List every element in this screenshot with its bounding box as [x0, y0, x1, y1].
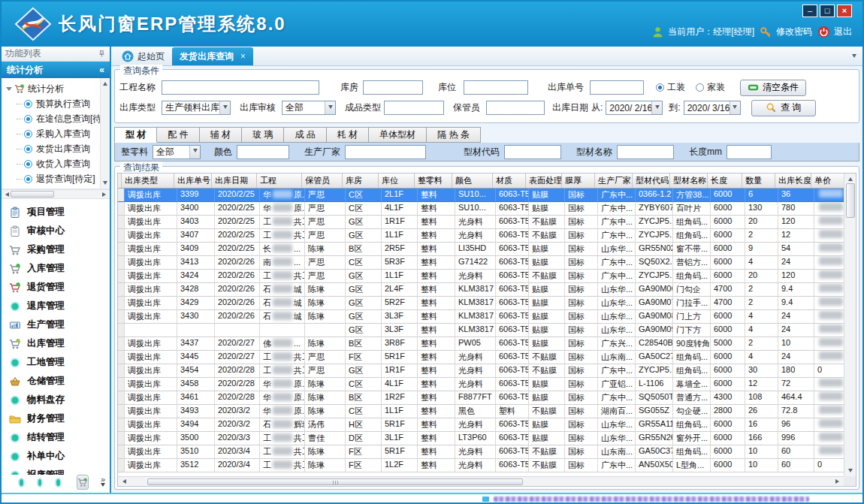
- tree-root[interactable]: 统计分析: [6, 81, 99, 96]
- scroll-down-icon[interactable]: [848, 469, 853, 475]
- date-from-picker[interactable]: 2020/ 2/16: [606, 101, 663, 115]
- pin-icon[interactable]: [98, 50, 106, 58]
- table-row[interactable]: 调拨出库34072020/2/25工共工程严思G区1L1F整料光身料6063-T…: [118, 229, 844, 243]
- length-input[interactable]: [727, 145, 772, 159]
- minimize-button[interactable]: –: [802, 5, 817, 17]
- column-header-长度[interactable]: 长度: [708, 174, 742, 188]
- tab-close-icon[interactable]: ×: [240, 51, 246, 62]
- close-button[interactable]: ×: [837, 5, 852, 17]
- module-cart-button[interactable]: [77, 475, 89, 490]
- color-input[interactable]: [237, 145, 289, 159]
- table-row[interactable]: 调拨出库34612020/2/28华原...陈琳B区1R2F整料F8877FT6…: [118, 391, 844, 405]
- warehouse-input[interactable]: [363, 80, 423, 95]
- table-row[interactable]: 调拨出库34242020/2/26工共工程严思G区1L1F整料光身料6063-T…: [118, 270, 844, 283]
- column-header-整零料[interactable]: 整零料: [415, 174, 452, 188]
- scroll-right-icon[interactable]: [835, 479, 841, 484]
- scroll-up-icon[interactable]: [103, 80, 107, 86]
- column-header-库位[interactable]: 库位: [379, 174, 415, 188]
- material-tab-8[interactable]: 隔 热 条: [427, 127, 481, 143]
- table-row[interactable]: 调拨出库34282020/2/26石城陈琳G区2L4F整料KLM38176063…: [118, 283, 844, 297]
- sidebar-module-入库管理[interactable]: 入库管理: [9, 259, 110, 278]
- table-row[interactable]: 调拨出库34002020/2/25华原...严思C区4L1F整料SU10...6…: [118, 202, 844, 216]
- sidebar-module-物料盘存[interactable]: 物料盘存: [9, 391, 110, 409]
- tree-item-预算执行查询[interactable]: 预算执行查询: [6, 96, 99, 111]
- sidebar-module-生产管理[interactable]: 生产管理: [9, 315, 110, 334]
- product-type-input[interactable]: [384, 101, 444, 115]
- scroll-down-icon[interactable]: [103, 181, 107, 187]
- tree-item-退货查询[待定][interactable]: 退货查询[待定]: [6, 171, 99, 186]
- module-circle-icon[interactable]: [37, 478, 44, 487]
- column-header-颜色[interactable]: 颜色: [452, 174, 493, 188]
- table-row[interactable]: 调拨出库34582020/2/28华原...陈琳C区4L1F整料光身料6063-…: [118, 378, 844, 391]
- sidebar-module-结转管理[interactable]: 结转管理: [9, 428, 110, 447]
- scroll-left-icon[interactable]: [120, 479, 126, 484]
- column-header-生产厂家[interactable]: 生产厂家: [595, 174, 633, 188]
- tab-list-dropdown-icon[interactable]: [852, 54, 856, 60]
- table-row[interactable]: 调拨出库34292020/2/26石城陈琳G区5R2F整料KLM38176063…: [118, 297, 844, 310]
- column-header-数量[interactable]: 数量: [742, 174, 775, 188]
- order-no-input[interactable]: [590, 80, 644, 95]
- column-header-出库日期[interactable]: 出库日期: [212, 174, 257, 188]
- clear-conditions-button[interactable]: 清空条件: [740, 80, 806, 96]
- table-row[interactable]: 调拨出库35102020/3/4工共工程陈琳F区5R1F整料光身料6063-T5…: [118, 445, 844, 459]
- module-circle-icon[interactable]: [18, 478, 25, 487]
- column-header-工程[interactable]: 工程: [257, 174, 302, 188]
- tree-horizontal-scrollbar[interactable]: [2, 189, 110, 199]
- maker-input[interactable]: [345, 145, 426, 159]
- collapse-icon[interactable]: «: [99, 65, 104, 75]
- column-header-出库类型[interactable]: 出库类型: [122, 174, 174, 188]
- tree-item-收货入库查询[interactable]: 收货入库查询: [6, 156, 99, 171]
- profile-code-input[interactable]: [504, 145, 561, 159]
- tree-item-在途信息查询[待[interactable]: 在途信息查询[待: [6, 111, 99, 126]
- out-type-combo[interactable]: 生产领料出库: [162, 101, 231, 115]
- column-header-膜厚[interactable]: 膜厚: [562, 174, 595, 188]
- table-row[interactable]: 调拨出库34092020/2/25长...陈琳B区2R5F整料LI35HD606…: [118, 243, 844, 256]
- column-header-材质[interactable]: 材质: [493, 174, 526, 188]
- sidebar-module-审核中心[interactable]: 审核中心: [9, 222, 110, 240]
- table-row[interactable]: 调拨出库34132020/2/26南...严思C区5R3F整料G71422606…: [118, 256, 844, 270]
- material-tab-4[interactable]: 玻 璃: [242, 127, 284, 143]
- table-row[interactable]: 调拨出库35002020/3/3工共工程曹佳D区3L1F整料LT3P606063…: [118, 432, 844, 445]
- material-tab-1[interactable]: 型 材: [114, 127, 157, 143]
- profile-name-input[interactable]: [617, 145, 674, 159]
- material-tab-7[interactable]: 单体型材: [369, 127, 427, 143]
- tab-home[interactable]: 起始页: [114, 47, 172, 65]
- sidebar-module-项目管理[interactable]: 项目管理: [9, 203, 110, 222]
- grid-vertical-scrollbar[interactable]: [844, 174, 856, 476]
- column-header-出库单号[interactable]: 出库单号: [174, 174, 212, 188]
- sidebar-module-工地管理[interactable]: 工地管理: [9, 353, 110, 372]
- sidebar-module-补单中心[interactable]: 补单中心: [9, 447, 110, 466]
- sidebar-section-header[interactable]: 统计分析 «: [2, 62, 110, 78]
- maximize-button[interactable]: □: [820, 5, 835, 17]
- module-circle-icon[interactable]: [55, 478, 62, 487]
- material-tab-2[interactable]: 配 件: [157, 127, 199, 143]
- column-header-库房[interactable]: 库房: [343, 174, 379, 188]
- whole-part-combo[interactable]: 全部: [153, 145, 201, 159]
- sidebar-module-财务管理[interactable]: 财务管理: [9, 409, 110, 428]
- table-row[interactable]: 调拨出库34032020/2/25工共工程严思G区1R1F整料光身料6063-T…: [118, 216, 844, 229]
- column-header-型材代码[interactable]: 型材代码: [633, 174, 670, 188]
- tab-shipment-query[interactable]: 发货出库查询 ×: [172, 47, 253, 65]
- sidebar-module-仓储管理[interactable]: 仓储管理: [9, 372, 110, 391]
- column-header-型材名称[interactable]: 型材名称: [670, 174, 708, 188]
- change-password-button[interactable]: 修改密码: [760, 26, 812, 38]
- material-tab-5[interactable]: 成 品: [284, 127, 326, 143]
- table-row[interactable]: 调拨出库34302020/2/26石城陈琳G区3L3F整料KLM38176063…: [118, 310, 844, 324]
- material-tab-6[interactable]: 耗 材: [327, 127, 369, 143]
- scrollbar-thumb[interactable]: [846, 183, 855, 218]
- keeper-input[interactable]: [486, 101, 545, 115]
- sidebar-module-采购管理[interactable]: 采购管理: [9, 240, 110, 259]
- sidebar-module-退货管理[interactable]: 退货管理: [9, 278, 110, 297]
- tree-item-发货出库查询[interactable]: 发货出库查询: [6, 141, 99, 156]
- scrollbar-thumb[interactable]: [147, 478, 523, 485]
- table-row[interactable]: G区3L3F整料KLM38176063-T5贴膜国标山东华...GA90M09.…: [118, 324, 844, 337]
- material-tab-3[interactable]: 辅 材: [200, 127, 242, 143]
- sidebar-more-button[interactable]: »: [101, 476, 105, 489]
- tree-expander-icon[interactable]: [6, 87, 12, 94]
- column-header-出库长度[interactable]: 出库长度: [775, 174, 811, 188]
- column-header-保管员[interactable]: 保管员: [302, 174, 343, 188]
- table-row[interactable]: 调拨出库34942020/3/2石辉城汤伟H区5R1F整料光身料6063-T5贴…: [118, 418, 844, 432]
- tree-vertical-scrollbar[interactable]: [100, 78, 110, 189]
- column-header-单价[interactable]: 单价: [811, 174, 844, 188]
- table-row[interactable]: 调拨出库33992020/2/25华原...严思C区2L1F整料SU10...6…: [118, 189, 844, 202]
